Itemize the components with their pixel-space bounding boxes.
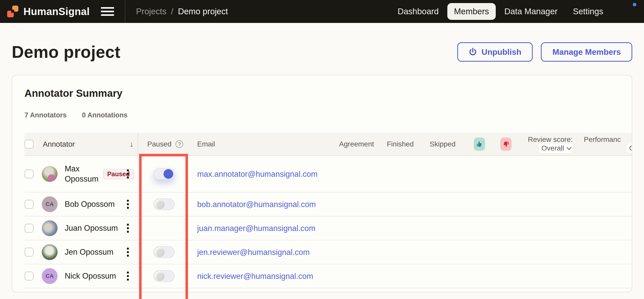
table-row: CA Nick Opossum nick.reviewer@humansigna… <box>24 264 632 288</box>
paused-cell <box>138 240 191 264</box>
table-row: Jen Opossum jen.reviewer@humansignal.com <box>24 240 632 264</box>
header-review-score: Review score: Overall <box>512 135 574 153</box>
paused-cell <box>138 216 191 240</box>
online-status-dot <box>632 2 637 7</box>
annotator-cell: Max Opossum Paused <box>41 156 138 192</box>
paused-cell <box>138 156 191 192</box>
email-link[interactable]: bob.annotator@humansignal.com <box>197 200 316 209</box>
email-link[interactable]: max.annotator@humansignal.com <box>197 170 318 179</box>
avatar: CA <box>42 196 58 212</box>
review-score-dropdown[interactable]: Overall <box>539 144 573 153</box>
annotator-table: Annotator ↓ Paused ? Email Agreement Fin… <box>24 133 632 288</box>
kebab-menu-icon[interactable] <box>125 198 130 210</box>
header-thumbs-up[interactable] <box>457 138 485 151</box>
breadcrumb-projects[interactable]: Projects <box>136 7 166 16</box>
header-agreement[interactable]: Agreement <box>332 140 375 148</box>
table-row: CA Bob Opossom bob.annotator@humansignal… <box>24 193 632 216</box>
chevron-down-icon <box>567 145 572 150</box>
table-row: Max Opossum Paused max.annotator@humansi… <box>24 156 632 193</box>
row-checkbox[interactable] <box>24 224 34 233</box>
email-link[interactable]: juan.manager@humansignal.com <box>197 224 315 233</box>
row-checkbox[interactable] <box>24 200 34 209</box>
annotator-cell: Jen Opossum <box>41 240 138 264</box>
annotator-cell: Juan Opossum <box>41 216 138 240</box>
paused-toggle[interactable] <box>153 198 175 210</box>
header-thumbs-down[interactable] <box>485 138 512 151</box>
avatar <box>42 220 58 236</box>
header-email: Email <box>191 140 332 148</box>
help-icon[interactable]: ? <box>176 140 183 148</box>
manage-members-label: Manage Members <box>552 47 621 57</box>
select-all-checkbox[interactable] <box>24 140 34 149</box>
user-avatar[interactable] <box>619 3 636 20</box>
page-actions: Unpublish Manage Members <box>457 42 632 62</box>
header-finished[interactable]: Finished <box>375 140 415 148</box>
top-navbar: HumanSignal Projects / Demo project Dash… <box>0 0 644 23</box>
table-header-row: Annotator ↓ Paused ? Email Agreement Fin… <box>24 133 632 156</box>
thumb-up-icon[interactable] <box>474 138 485 151</box>
email-link[interactable]: jen.reviewer@humansignal.com <box>197 248 310 257</box>
brand-name: HumanSignal <box>23 6 90 17</box>
thumb-down-icon[interactable] <box>500 138 512 151</box>
annotator-name[interactable]: Jen Opossum <box>65 247 113 257</box>
annotator-name[interactable]: Max Opossum <box>65 164 99 184</box>
app-root: HumanSignal Projects / Demo project Dash… <box>0 0 644 299</box>
table-row: Juan Opossum juan.manager@humansignal.co… <box>24 216 632 240</box>
avatar <box>42 244 58 260</box>
annotator-name[interactable]: Bob Opossom <box>65 199 115 209</box>
paused-toggle[interactable] <box>153 246 175 258</box>
paused-cell <box>138 264 191 288</box>
annotator-name[interactable]: Juan Opossum <box>65 223 118 233</box>
annotator-cell: CA Nick Opossum <box>41 264 138 288</box>
table-body: Max Opossum Paused max.annotator@humansi… <box>24 156 632 288</box>
annotator-summary-card: Annotator Summary 7 Annotators 0 Annotat… <box>12 75 632 292</box>
annotator-name[interactable]: Nick Opossum <box>65 271 116 281</box>
summary-stats: 7 Annotators 0 Annotations <box>24 111 632 119</box>
breadcrumb-separator: / <box>171 7 173 16</box>
row-checkbox[interactable] <box>24 169 34 179</box>
stat-annotations[interactable]: 0 Annotations <box>82 111 128 119</box>
header-annotator[interactable]: Annotator ↓ <box>41 140 138 148</box>
manage-members-button[interactable]: Manage Members <box>541 42 632 62</box>
nav-item-dashboard[interactable]: Dashboard <box>391 3 445 20</box>
navbar-divider <box>125 0 125 23</box>
row-checkbox[interactable] <box>24 271 34 281</box>
card-heading: Annotator Summary <box>24 88 632 99</box>
row-checkbox[interactable] <box>24 248 34 257</box>
unpublish-button[interactable]: Unpublish <box>457 42 533 62</box>
kebab-menu-icon[interactable] <box>125 270 130 282</box>
breadcrumb-current: Demo project <box>178 7 228 16</box>
page-title: Demo project <box>12 41 120 63</box>
paused-cell <box>138 193 191 216</box>
stat-annotators[interactable]: 7 Annotators <box>24 111 67 119</box>
header-skipped[interactable]: Skipped <box>415 140 457 148</box>
main-content: Demo project Unpublish Manage Members An… <box>0 41 644 292</box>
performance-dropdown[interactable]: O <box>627 144 632 153</box>
header-paused: Paused ? <box>138 133 191 155</box>
header-performance-score: Performanc O <box>574 135 632 153</box>
avatar: CA <box>42 268 58 284</box>
nav-item-settings[interactable]: Settings <box>566 3 610 20</box>
unpublish-label: Unpublish <box>481 47 521 57</box>
humansignal-logo-icon <box>7 6 19 17</box>
header-checkbox-cell <box>24 140 41 149</box>
avatar <box>42 166 58 182</box>
email-link[interactable]: nick.reviewer@humansignal.com <box>197 272 313 281</box>
paused-toggle[interactable] <box>153 168 175 180</box>
annotator-cell: CA Bob Opossom <box>41 193 138 216</box>
breadcrumb: Projects / Demo project <box>136 7 228 16</box>
kebab-menu-icon[interactable] <box>125 168 130 180</box>
paused-toggle[interactable] <box>153 270 175 282</box>
kebab-menu-icon[interactable] <box>125 222 130 234</box>
power-icon <box>469 48 477 56</box>
navbar-right: Dashboard Members Data Manager Settings <box>391 3 644 20</box>
brand[interactable]: HumanSignal <box>0 6 90 17</box>
nav-item-data-manager[interactable]: Data Manager <box>498 3 564 20</box>
kebab-menu-icon[interactable] <box>125 246 130 258</box>
page-head: Demo project Unpublish Manage Members <box>12 41 632 63</box>
hamburger-menu-icon[interactable] <box>101 7 114 16</box>
nav-item-members[interactable]: Members <box>447 3 496 20</box>
sort-desc-icon[interactable]: ↓ <box>130 140 133 148</box>
